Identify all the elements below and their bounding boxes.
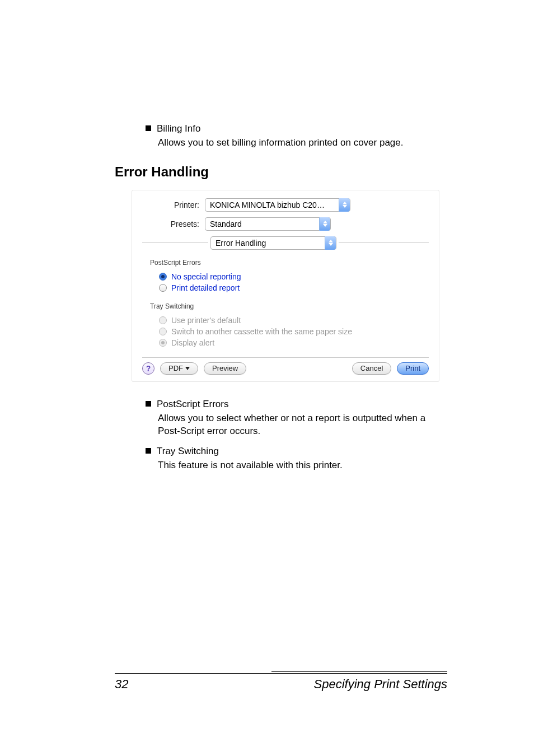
presets-popup-value: Standard [205,220,319,228]
updown-arrows-icon [325,236,336,250]
help-button[interactable]: ? [142,362,154,375]
chevron-down-icon [185,367,190,370]
print-button[interactable]: Print [397,362,429,375]
updown-arrows-icon [339,198,350,212]
section-popup[interactable]: Error Handling [210,236,336,250]
bullet-tray-switching-desc: This feature is not available with this … [158,459,447,472]
radio-use-printers-default: Use printer's default [159,316,429,325]
radio-use-printers-default-label: Use printer's default [171,316,241,325]
bullet-billing-info-desc: Allows you to set billing information pr… [158,137,447,150]
heading-error-handling: Error Handling [115,164,447,180]
square-bullet-icon [146,125,151,131]
printer-popup-value: KONICA MINOLTA bizhub C20… [205,200,339,209]
pdf-menu-button-label: PDF [168,364,183,372]
radio-disabled-selected-icon [159,339,167,347]
footer-rule [271,671,447,672]
square-bullet-icon [146,448,151,454]
bullet-postscript-errors-desc: Allows you to select whether or not a re… [158,412,447,438]
divider [142,357,429,358]
radio-switch-cassette-label: Switch to another cassette with the same… [171,327,352,336]
postscript-errors-group-label: PostScript Errors [150,256,423,267]
radio-display-alert: Display alert [159,338,429,347]
divider [142,242,208,243]
divider [339,242,429,243]
radio-display-alert-label: Display alert [171,338,214,347]
radio-print-detailed-report-label: Print detailed report [171,283,240,292]
square-bullet-icon [146,401,151,407]
pdf-menu-button[interactable]: PDF [160,362,198,375]
preview-button[interactable]: Preview [204,362,246,375]
bullet-tray-switching-title: Tray Switching [157,446,219,457]
cancel-button-label: Cancel [360,364,383,372]
page-number: 32 [115,677,128,692]
radio-switch-cassette: Switch to another cassette with the same… [159,327,429,336]
radio-unchecked-icon [159,284,167,292]
footer-rule [115,673,447,674]
presets-label: Presets: [142,220,205,228]
bullet-postscript-errors-title: PostScript Errors [157,399,228,410]
tray-switching-group-label: Tray Switching [150,300,423,310]
radio-disabled-icon [159,328,167,335]
radio-print-detailed-report[interactable]: Print detailed report [159,283,429,292]
printer-label: Printer: [142,200,205,209]
preview-button-label: Preview [212,364,238,372]
cancel-button[interactable]: Cancel [352,362,391,375]
radio-checked-icon [159,273,167,281]
presets-popup[interactable]: Standard [205,217,331,231]
bullet-billing-info-title: Billing Info [157,123,200,134]
updown-arrows-icon [319,217,330,231]
section-popup-value: Error Handling [211,239,325,248]
radio-no-special-reporting[interactable]: No special reporting [159,272,429,281]
footer-section-title: Specifying Print Settings [314,677,447,692]
print-button-label: Print [405,364,420,372]
printer-popup[interactable]: KONICA MINOLTA bizhub C20… [205,198,350,212]
radio-no-special-reporting-label: No special reporting [171,272,241,281]
radio-disabled-icon [159,316,167,324]
print-dialog: Printer: KONICA MINOLTA bizhub C20… Pres… [132,190,439,382]
